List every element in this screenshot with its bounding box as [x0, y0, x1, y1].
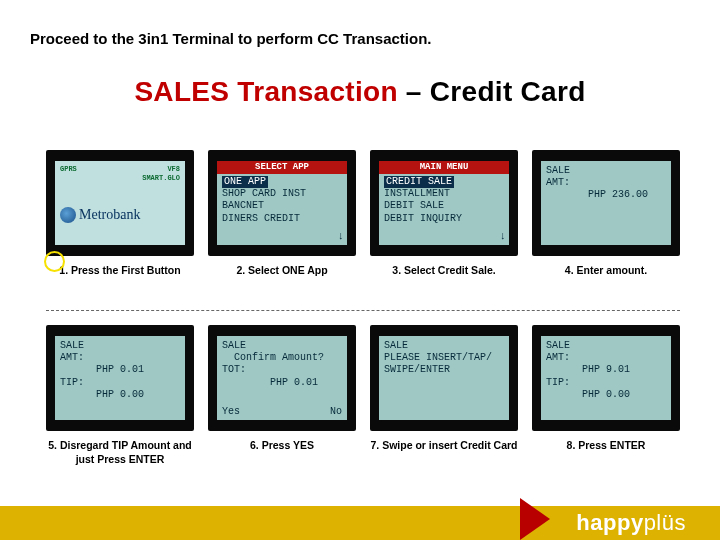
lcd-line: TIP: [60, 377, 180, 389]
menu-item: DEBIT INQUIRY [384, 213, 504, 225]
title-red: SALES Transaction [134, 76, 397, 107]
lcd-line: PHP 0.00 [546, 389, 666, 401]
lcd-line: SALE [384, 340, 504, 352]
logo-part-a: happy [576, 510, 643, 536]
step-2: SELECT APP ONE APP SHOP CARD INST BANCNE… [208, 150, 356, 292]
logo-part-b: pl [644, 510, 662, 536]
happyplus-logo: happyplüs [576, 510, 686, 536]
lcd-line: PHP 9.01 [546, 364, 666, 376]
yes-no-row: Yes No [222, 406, 342, 418]
footer: happyplüs [0, 498, 720, 540]
steps-row-1: GPRS VF8 SMART.GLO Metrobank 1. Press th… [46, 150, 680, 292]
menu-item-selected: ONE APP [222, 176, 268, 188]
terminal-frame: SALE PLEASE INSERT/TAP/ SWIPE/ENTER [370, 325, 518, 431]
row-divider [46, 310, 680, 311]
title-sep: – [398, 76, 430, 107]
lcd-header: MAIN MENU [379, 161, 509, 174]
lcd-topbar: GPRS VF8 SMART.GLO [60, 165, 180, 182]
lcd-line: AMT: [546, 177, 666, 189]
terminal-lcd: SALE AMT: PHP 9.01 TIP: PHP 0.00 [541, 336, 671, 420]
no-label: No [330, 406, 342, 418]
topbar-left: GPRS [60, 165, 77, 182]
down-arrow-icon: ↓ [337, 230, 344, 243]
step-caption: 8. Press ENTER [567, 439, 646, 467]
down-arrow-icon: ↓ [499, 230, 506, 243]
terminal-frame: GPRS VF8 SMART.GLO Metrobank [46, 150, 194, 256]
footer-wedge-icon [520, 498, 550, 540]
step-caption: 4. Enter amount. [565, 264, 647, 292]
slide-title: SALES Transaction – Credit Card [0, 76, 720, 108]
step-7: SALE PLEASE INSERT/TAP/ SWIPE/ENTER 7. S… [370, 325, 518, 467]
lcd-line: SALE [222, 340, 342, 352]
menu-item: BANCNET [222, 200, 342, 212]
step-3: MAIN MENU CREDIT SALE INSTALLMENT DEBIT … [370, 150, 518, 292]
logo-part-c: s [675, 510, 687, 536]
logo-text: Metrobank [79, 206, 140, 223]
title-black: Credit Card [430, 76, 586, 107]
terminal-lcd: SALE AMT: PHP 236.00 [541, 161, 671, 245]
terminal-frame: SALE AMT: PHP 236.00 [532, 150, 680, 256]
lcd-line: AMT: [546, 352, 666, 364]
steps-row-2: SALE AMT: PHP 0.01 TIP: PHP 0.00 5. Disr… [46, 325, 680, 467]
terminal-lcd: SALE Confirm Amount? TOT: PHP 0.01 Yes N… [217, 336, 347, 420]
yes-label: Yes [222, 406, 240, 418]
terminal-lcd: SALE PLEASE INSERT/TAP/ SWIPE/ENTER [379, 336, 509, 420]
step-5: SALE AMT: PHP 0.01 TIP: PHP 0.00 5. Disr… [46, 325, 194, 467]
lcd-line: SWIPE/ENTER [384, 364, 504, 376]
logo-umlaut: ü [662, 510, 675, 536]
menu-item: DEBIT SALE [384, 200, 504, 212]
menu-item: SHOP CARD INST [222, 188, 342, 200]
terminal-frame: SELECT APP ONE APP SHOP CARD INST BANCNE… [208, 150, 356, 256]
lcd-line: AMT: [60, 352, 180, 364]
step-caption: 7. Swipe or insert Credit Card [370, 439, 517, 467]
step-caption: 6. Press YES [250, 439, 314, 467]
terminal-lcd: SALE AMT: PHP 0.01 TIP: PHP 0.00 [55, 336, 185, 420]
terminal-lcd: GPRS VF8 SMART.GLO Metrobank [55, 161, 185, 245]
topbar-right: VF8 SMART.GLO [142, 165, 180, 182]
lcd-line: TOT: [222, 364, 342, 376]
lcd-line: PHP 0.00 [60, 389, 180, 401]
step-caption: 1. Press the First Button [59, 264, 180, 292]
menu-item: INSTALLMENT [384, 188, 504, 200]
step-caption: 5. Disregard TIP Amount and just Press E… [46, 439, 194, 467]
step-8: SALE AMT: PHP 9.01 TIP: PHP 0.00 8. Pres… [532, 325, 680, 467]
step-4: SALE AMT: PHP 236.00 4. Enter amount. [532, 150, 680, 292]
terminal-frame: SALE Confirm Amount? TOT: PHP 0.01 Yes N… [208, 325, 356, 431]
lcd-line: SALE [60, 340, 180, 352]
terminal-lcd: MAIN MENU CREDIT SALE INSTALLMENT DEBIT … [379, 161, 509, 245]
metrobank-logo: Metrobank [60, 182, 180, 241]
steps-grid: GPRS VF8 SMART.GLO Metrobank 1. Press th… [46, 150, 680, 467]
lcd-line: Confirm Amount? [222, 352, 342, 364]
lcd-line: PHP 0.01 [222, 377, 342, 389]
menu-item: DINERS CREDIT [222, 213, 342, 225]
terminal-frame: MAIN MENU CREDIT SALE INSTALLMENT DEBIT … [370, 150, 518, 256]
step-caption: 2. Select ONE App [236, 264, 327, 292]
lcd-line: TIP: [546, 377, 666, 389]
instruction-text: Proceed to the 3in1 Terminal to perform … [30, 30, 431, 47]
lcd-line: SALE [546, 340, 666, 352]
lcd-header: SELECT APP [217, 161, 347, 174]
lcd-line: PHP 0.01 [60, 364, 180, 376]
terminal-frame: SALE AMT: PHP 9.01 TIP: PHP 0.00 [532, 325, 680, 431]
logo-circle-icon [60, 207, 76, 223]
lcd-line: PHP 236.00 [546, 189, 666, 201]
lcd-line: SALE [546, 165, 666, 177]
terminal-frame: SALE AMT: PHP 0.01 TIP: PHP 0.00 [46, 325, 194, 431]
slide: Proceed to the 3in1 Terminal to perform … [0, 0, 720, 540]
menu-item-selected: CREDIT SALE [384, 176, 454, 188]
step-1: GPRS VF8 SMART.GLO Metrobank 1. Press th… [46, 150, 194, 292]
terminal-lcd: SELECT APP ONE APP SHOP CARD INST BANCNE… [217, 161, 347, 245]
step-caption: 3. Select Credit Sale. [392, 264, 495, 292]
lcd-line: PLEASE INSERT/TAP/ [384, 352, 504, 364]
step-6: SALE Confirm Amount? TOT: PHP 0.01 Yes N… [208, 325, 356, 467]
